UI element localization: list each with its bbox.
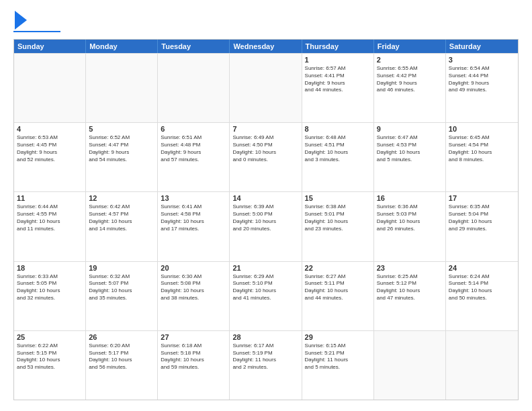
calendar-cell: 20Sunrise: 6:30 AM Sunset: 5:08 PM Dayli… (158, 262, 230, 330)
day-number: 1 (305, 56, 371, 64)
day-number: 28 (232, 333, 298, 341)
calendar-row: 25Sunrise: 6:22 AM Sunset: 5:15 PM Dayli… (14, 330, 518, 400)
day-number: 16 (377, 194, 443, 202)
day-info: Sunrise: 6:41 AM Sunset: 4:58 PM Dayligh… (161, 203, 226, 232)
calendar-header-day: Wednesday (230, 40, 302, 53)
calendar-row: 4Sunrise: 6:53 AM Sunset: 4:45 PM Daylig… (14, 122, 518, 191)
day-info: Sunrise: 6:30 AM Sunset: 5:08 PM Dayligh… (161, 273, 226, 302)
day-number: 25 (17, 333, 83, 341)
day-number: 22 (305, 264, 371, 272)
day-number: 19 (89, 264, 154, 272)
calendar-cell: 13Sunrise: 6:41 AM Sunset: 4:58 PM Dayli… (158, 192, 230, 261)
day-number: 7 (232, 125, 298, 133)
calendar-cell (14, 54, 86, 122)
calendar-cell: 21Sunrise: 6:29 AM Sunset: 5:10 PM Dayli… (230, 262, 302, 330)
calendar-cell: 11Sunrise: 6:44 AM Sunset: 4:55 PM Dayli… (14, 192, 86, 261)
day-info: Sunrise: 6:15 AM Sunset: 5:21 PM Dayligh… (305, 342, 371, 371)
day-info: Sunrise: 6:33 AM Sunset: 5:05 PM Dayligh… (17, 273, 83, 302)
calendar-row: 18Sunrise: 6:33 AM Sunset: 5:05 PM Dayli… (14, 261, 518, 330)
calendar-row: 11Sunrise: 6:44 AM Sunset: 4:55 PM Dayli… (14, 191, 518, 261)
calendar-header: SundayMondayTuesdayWednesdayThursdayFrid… (14, 40, 518, 53)
calendar-cell: 19Sunrise: 6:32 AM Sunset: 5:07 PM Dayli… (86, 262, 158, 330)
calendar-row: 1Sunrise: 6:57 AM Sunset: 4:41 PM Daylig… (14, 53, 518, 122)
day-number: 18 (17, 264, 83, 272)
calendar-cell: 23Sunrise: 6:25 AM Sunset: 5:12 PM Dayli… (374, 262, 446, 330)
svg-marker-0 (15, 11, 27, 30)
calendar-cell: 22Sunrise: 6:27 AM Sunset: 5:11 PM Dayli… (302, 262, 374, 330)
day-info: Sunrise: 6:45 AM Sunset: 4:54 PM Dayligh… (449, 134, 515, 163)
day-info: Sunrise: 6:52 AM Sunset: 4:47 PM Dayligh… (89, 134, 154, 163)
day-info: Sunrise: 6:39 AM Sunset: 5:00 PM Dayligh… (232, 203, 298, 232)
calendar-cell: 15Sunrise: 6:38 AM Sunset: 5:01 PM Dayli… (302, 192, 374, 261)
day-number: 26 (89, 333, 154, 341)
calendar-cell: 28Sunrise: 6:17 AM Sunset: 5:19 PM Dayli… (230, 331, 302, 400)
day-number: 21 (232, 264, 298, 272)
day-number: 15 (305, 194, 371, 202)
calendar-header-day: Monday (86, 40, 158, 53)
calendar-header-day: Sunday (14, 40, 86, 53)
day-info: Sunrise: 6:51 AM Sunset: 4:48 PM Dayligh… (161, 134, 226, 163)
day-number: 17 (449, 194, 515, 202)
calendar-header-day: Tuesday (158, 40, 230, 53)
day-number: 29 (305, 333, 371, 341)
calendar-body: 1Sunrise: 6:57 AM Sunset: 4:41 PM Daylig… (14, 53, 518, 400)
day-number: 8 (305, 125, 371, 133)
calendar-cell: 16Sunrise: 6:36 AM Sunset: 5:03 PM Dayli… (374, 192, 446, 261)
day-info: Sunrise: 6:48 AM Sunset: 4:51 PM Dayligh… (305, 134, 371, 163)
day-info: Sunrise: 6:38 AM Sunset: 5:01 PM Dayligh… (305, 203, 371, 232)
logo-triangle-icon (15, 11, 27, 30)
day-number: 20 (161, 264, 226, 272)
day-info: Sunrise: 6:57 AM Sunset: 4:41 PM Dayligh… (305, 65, 371, 94)
day-number: 14 (232, 194, 298, 202)
day-info: Sunrise: 6:32 AM Sunset: 5:07 PM Dayligh… (89, 273, 154, 302)
calendar-cell: 14Sunrise: 6:39 AM Sunset: 5:00 PM Dayli… (230, 192, 302, 261)
calendar-cell (374, 331, 446, 400)
calendar-cell: 26Sunrise: 6:20 AM Sunset: 5:17 PM Dayli… (86, 331, 158, 400)
day-info: Sunrise: 6:24 AM Sunset: 5:14 PM Dayligh… (449, 273, 515, 302)
day-info: Sunrise: 6:27 AM Sunset: 5:11 PM Dayligh… (305, 273, 371, 302)
calendar-cell (230, 54, 302, 122)
day-number: 11 (17, 194, 83, 202)
calendar-cell: 10Sunrise: 6:45 AM Sunset: 4:54 PM Dayli… (446, 123, 518, 191)
day-info: Sunrise: 6:49 AM Sunset: 4:50 PM Dayligh… (232, 134, 298, 163)
calendar-cell: 5Sunrise: 6:52 AM Sunset: 4:47 PM Daylig… (86, 123, 158, 191)
calendar-cell: 25Sunrise: 6:22 AM Sunset: 5:15 PM Dayli… (14, 331, 86, 400)
logo-underline (13, 31, 60, 32)
day-number: 9 (377, 125, 443, 133)
day-info: Sunrise: 6:25 AM Sunset: 5:12 PM Dayligh… (377, 273, 443, 302)
calendar-cell: 29Sunrise: 6:15 AM Sunset: 5:21 PM Dayli… (302, 331, 374, 400)
calendar-header-day: Thursday (302, 40, 374, 53)
day-info: Sunrise: 6:29 AM Sunset: 5:10 PM Dayligh… (232, 273, 298, 302)
calendar-cell: 4Sunrise: 6:53 AM Sunset: 4:45 PM Daylig… (14, 123, 86, 191)
calendar-cell: 8Sunrise: 6:48 AM Sunset: 4:51 PM Daylig… (302, 123, 374, 191)
day-info: Sunrise: 6:17 AM Sunset: 5:19 PM Dayligh… (232, 342, 298, 371)
day-info: Sunrise: 6:42 AM Sunset: 4:57 PM Dayligh… (89, 203, 154, 232)
day-info: Sunrise: 6:53 AM Sunset: 4:45 PM Dayligh… (17, 134, 83, 163)
day-info: Sunrise: 6:20 AM Sunset: 5:17 PM Dayligh… (89, 342, 154, 371)
calendar-cell: 27Sunrise: 6:18 AM Sunset: 5:18 PM Dayli… (158, 331, 230, 400)
day-number: 4 (17, 125, 83, 133)
calendar-cell: 9Sunrise: 6:47 AM Sunset: 4:53 PM Daylig… (374, 123, 446, 191)
day-info: Sunrise: 6:54 AM Sunset: 4:44 PM Dayligh… (449, 65, 515, 94)
calendar-header-day: Friday (374, 40, 446, 53)
day-number: 10 (449, 125, 515, 133)
day-info: Sunrise: 6:47 AM Sunset: 4:53 PM Dayligh… (377, 134, 443, 163)
calendar-cell (86, 54, 158, 122)
day-number: 6 (161, 125, 226, 133)
logo (13, 11, 60, 32)
calendar-cell: 1Sunrise: 6:57 AM Sunset: 4:41 PM Daylig… (302, 54, 374, 122)
day-number: 3 (449, 56, 515, 64)
calendar: SundayMondayTuesdayWednesdayThursdayFrid… (13, 39, 519, 400)
calendar-cell: 2Sunrise: 6:55 AM Sunset: 4:42 PM Daylig… (374, 54, 446, 122)
calendar-header-day: Saturday (446, 40, 518, 53)
day-info: Sunrise: 6:18 AM Sunset: 5:18 PM Dayligh… (161, 342, 226, 371)
calendar-cell: 24Sunrise: 6:24 AM Sunset: 5:14 PM Dayli… (446, 262, 518, 330)
day-info: Sunrise: 6:36 AM Sunset: 5:03 PM Dayligh… (377, 203, 443, 232)
day-number: 27 (161, 333, 226, 341)
day-info: Sunrise: 6:22 AM Sunset: 5:15 PM Dayligh… (17, 342, 83, 371)
calendar-cell (446, 331, 518, 400)
day-number: 24 (449, 264, 515, 272)
page: SundayMondayTuesdayWednesdayThursdayFrid… (0, 0, 532, 411)
day-info: Sunrise: 6:44 AM Sunset: 4:55 PM Dayligh… (17, 203, 83, 232)
day-number: 12 (89, 194, 154, 202)
